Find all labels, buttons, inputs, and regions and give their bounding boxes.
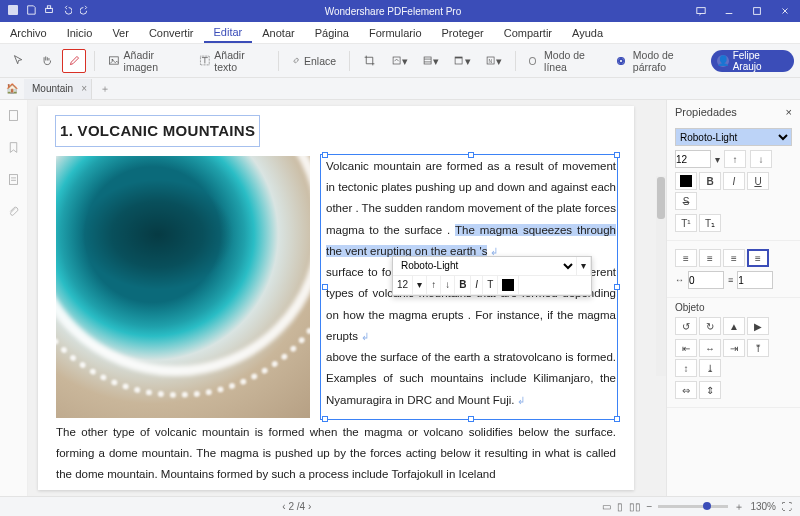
- new-tab-button[interactable]: ＋: [92, 82, 118, 96]
- prop-fontsize-up-icon[interactable]: ↑: [724, 150, 746, 168]
- menu-ayuda[interactable]: Ayuda: [562, 22, 613, 43]
- obj-align-middle-button[interactable]: ↕: [675, 359, 697, 377]
- resize-handle[interactable]: [614, 416, 620, 422]
- scrollbar-thumb[interactable]: [657, 177, 665, 219]
- redo-icon[interactable]: [80, 5, 90, 17]
- zoom-slider-thumb[interactable]: [703, 502, 711, 510]
- menu-anotar[interactable]: Anotar: [252, 22, 304, 43]
- menu-editar[interactable]: Editar: [204, 22, 253, 43]
- obj-align-left-button[interactable]: ⇤: [675, 339, 697, 357]
- maximize-icon[interactable]: [744, 0, 770, 22]
- popover-size-up-icon[interactable]: ↑: [427, 276, 441, 294]
- home-tab-icon[interactable]: 🏠: [0, 83, 24, 94]
- char-spacing-input[interactable]: [688, 271, 724, 289]
- article-image[interactable]: [56, 156, 310, 418]
- prop-bold-button[interactable]: B: [699, 172, 721, 190]
- popover-size-dropdown-icon[interactable]: ▾: [413, 276, 427, 294]
- prop-fontsize-input[interactable]: [675, 150, 711, 168]
- distribute-h-button[interactable]: ⇔: [675, 381, 697, 399]
- zoom-out-icon[interactable]: −: [647, 501, 653, 512]
- prop-strike-button[interactable]: S: [675, 192, 697, 210]
- background-tool-icon[interactable]: ▾: [417, 49, 444, 73]
- resize-handle[interactable]: [468, 152, 474, 158]
- zoom-in-icon[interactable]: ＋: [734, 500, 744, 514]
- distribute-v-button[interactable]: ⇕: [699, 381, 721, 399]
- view-single-icon[interactable]: ▭: [602, 501, 611, 512]
- mode-paragraph-radio[interactable]: Modo de párrafo: [612, 49, 706, 73]
- popover-italic-button[interactable]: I: [471, 276, 483, 294]
- heading-block[interactable]: 1. VOLCANIC MOUNTAINS: [56, 116, 259, 146]
- prop-italic-button[interactable]: I: [723, 172, 745, 190]
- font-mini-toolbar[interactable]: Roboto-Light ▾ 12 ▾ ↑ ↓ B I T: [392, 256, 592, 296]
- menu-ver[interactable]: Ver: [102, 22, 139, 43]
- bookmarks-icon[interactable]: [7, 140, 20, 158]
- fullscreen-icon[interactable]: ⛶: [782, 501, 792, 512]
- align-justify-button[interactable]: ≡: [747, 249, 769, 267]
- watermark-tool-icon[interactable]: ▾: [386, 49, 413, 73]
- resize-handle[interactable]: [322, 284, 328, 290]
- line-spacing-input[interactable]: [737, 271, 773, 289]
- document-tab[interactable]: Mountain ×: [24, 79, 92, 99]
- tab-close-icon[interactable]: ×: [81, 83, 87, 94]
- menu-formulario[interactable]: Formulario: [359, 22, 432, 43]
- vertical-scrollbar[interactable]: [656, 176, 666, 376]
- menu-inicio[interactable]: Inicio: [57, 22, 103, 43]
- popover-color-swatch[interactable]: [498, 276, 519, 294]
- zoom-slider[interactable]: [658, 505, 728, 508]
- attachments-icon[interactable]: [7, 204, 20, 222]
- feedback-icon[interactable]: [688, 0, 714, 22]
- crop-tool-icon[interactable]: [358, 49, 382, 73]
- flip-vertical-button[interactable]: ▲: [723, 317, 745, 335]
- zoom-value[interactable]: 130%: [750, 501, 776, 512]
- add-text-button[interactable]: Añadir texto: [194, 49, 270, 73]
- editable-text-block[interactable]: Volcanic mountain are formed as a result…: [326, 156, 616, 418]
- header-footer-tool-icon[interactable]: ▾: [448, 49, 475, 73]
- add-image-button[interactable]: Añadir imagen: [103, 49, 190, 73]
- flip-horizontal-button[interactable]: ▶: [747, 317, 769, 335]
- align-center-button[interactable]: ≡: [699, 249, 721, 267]
- popover-size-value[interactable]: 12: [393, 276, 413, 294]
- popover-bold-button[interactable]: B: [455, 276, 471, 294]
- rotate-ccw-button[interactable]: ↺: [675, 317, 697, 335]
- resize-handle[interactable]: [614, 284, 620, 290]
- view-twoup-icon[interactable]: ▯▯: [629, 501, 641, 512]
- prop-underline-button[interactable]: U: [747, 172, 769, 190]
- obj-align-bottom-button[interactable]: ⤓: [699, 359, 721, 377]
- undo-icon[interactable]: [62, 5, 72, 17]
- save-icon[interactable]: [26, 5, 36, 17]
- obj-align-top-button[interactable]: ⤒: [747, 339, 769, 357]
- document-canvas[interactable]: 1. VOLCANIC MOUNTAINS Volcani: [28, 100, 666, 496]
- page-indicator[interactable]: ‹ 2 /4 ›: [0, 501, 594, 512]
- mode-line-radio[interactable]: Modo de línea: [524, 49, 609, 73]
- resize-handle[interactable]: [614, 152, 620, 158]
- menu-convertir[interactable]: Convertir: [139, 22, 204, 43]
- prop-fontsize-down-icon[interactable]: ↓: [750, 150, 772, 168]
- next-page-icon[interactable]: ›: [308, 501, 311, 512]
- rotate-cw-button[interactable]: ↻: [699, 317, 721, 335]
- link-button[interactable]: Enlace: [287, 49, 341, 73]
- menu-archivo[interactable]: Archivo: [0, 22, 57, 43]
- popover-textcase-button[interactable]: T: [483, 276, 498, 294]
- resize-handle[interactable]: [468, 416, 474, 422]
- menu-compartir[interactable]: Compartir: [494, 22, 562, 43]
- bates-tool-icon[interactable]: N▾: [480, 49, 507, 73]
- align-right-button[interactable]: ≡: [723, 249, 745, 267]
- search-panel-icon[interactable]: [7, 172, 20, 190]
- hand-tool-icon[interactable]: [34, 49, 58, 73]
- user-account-button[interactable]: 👤 Felipe Araujo: [711, 50, 794, 72]
- select-tool-icon[interactable]: [6, 49, 30, 73]
- view-continuous-icon[interactable]: ▯: [617, 501, 623, 512]
- obj-align-center-button[interactable]: ↔: [699, 339, 721, 357]
- prop-fontsize-dropdown-icon[interactable]: ▾: [715, 154, 720, 165]
- align-left-button[interactable]: ≡: [675, 249, 697, 267]
- panel-close-icon[interactable]: ×: [786, 106, 792, 118]
- popover-font-dropdown-icon[interactable]: ▾: [577, 257, 591, 275]
- minimize-icon[interactable]: [716, 0, 742, 22]
- print-icon[interactable]: [44, 5, 54, 17]
- prop-color-button[interactable]: [675, 172, 697, 190]
- prev-page-icon[interactable]: ‹: [282, 501, 285, 512]
- prop-superscript-button[interactable]: T¹: [675, 214, 697, 232]
- prop-subscript-button[interactable]: T₁: [699, 214, 721, 232]
- popover-font-select[interactable]: Roboto-Light: [393, 257, 577, 275]
- close-icon[interactable]: [772, 0, 798, 22]
